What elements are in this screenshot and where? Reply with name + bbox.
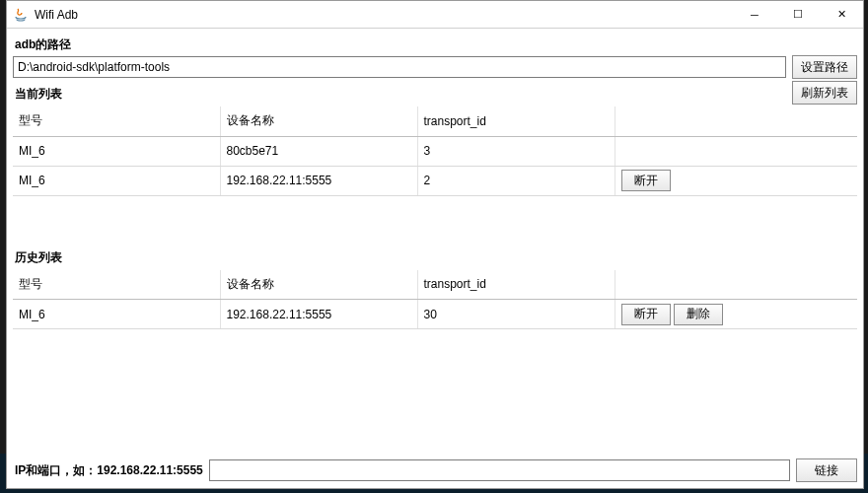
adb-path-label: adb的路径 xyxy=(13,33,857,55)
refresh-list-button[interactable]: 刷新列表 xyxy=(792,81,857,105)
table-header-row: 型号 设备名称 transport_id xyxy=(13,106,857,136)
window-title: Wifi Adb xyxy=(35,8,78,22)
col-name: 设备名称 xyxy=(220,270,417,300)
minimize-button[interactable]: ─ xyxy=(733,1,776,29)
col-transport-id: transport_id xyxy=(417,270,615,300)
content: adb的路径 设置路径 当前列表 刷新列表 型号 设备名称 transport_… xyxy=(7,29,863,488)
current-table: 型号 设备名称 transport_id MI_6 80cb5e71 3 MI_… xyxy=(13,106,857,196)
cell-name: 80cb5e71 xyxy=(220,136,417,166)
cell-name: 192.168.22.11:5555 xyxy=(220,166,417,195)
table-header-row: 型号 设备名称 transport_id xyxy=(13,270,857,300)
close-button[interactable]: ✕ xyxy=(820,1,863,29)
connect-button[interactable]: 链接 xyxy=(796,458,857,482)
cell-tid: 3 xyxy=(417,136,615,166)
app-window: Wifi Adb ─ ☐ ✕ adb的路径 设置路径 当前列表 刷新列表 型号 … xyxy=(6,0,864,489)
col-action xyxy=(615,106,857,136)
cell-action: 断开 xyxy=(615,166,857,195)
col-model: 型号 xyxy=(13,106,220,136)
cell-tid: 2 xyxy=(417,166,615,195)
titlebar: Wifi Adb ─ ☐ ✕ xyxy=(7,1,863,29)
table-row: MI_6 192.168.22.11:5555 30 断开 删除 xyxy=(13,300,857,329)
disconnect-button[interactable]: 断开 xyxy=(621,170,671,191)
set-path-button[interactable]: 设置路径 xyxy=(792,55,857,79)
cell-action xyxy=(615,136,857,166)
cell-model: MI_6 xyxy=(13,166,220,195)
delete-button[interactable]: 删除 xyxy=(674,304,723,325)
ip-port-input[interactable] xyxy=(209,459,790,481)
java-icon xyxy=(13,7,29,23)
cell-tid: 30 xyxy=(417,300,615,329)
cell-model: MI_6 xyxy=(13,300,220,329)
ip-port-label: IP和端口，如：192.168.22.11:5555 xyxy=(13,462,203,479)
table-row: MI_6 80cb5e71 3 xyxy=(13,136,857,166)
maximize-button[interactable]: ☐ xyxy=(776,1,820,29)
current-list-label: 当前列表 xyxy=(13,82,62,105)
col-transport-id: transport_id xyxy=(417,106,615,136)
history-table: 型号 设备名称 transport_id MI_6 192.168.22.11:… xyxy=(13,270,857,330)
disconnect-button[interactable]: 断开 xyxy=(621,304,671,325)
col-action xyxy=(615,270,857,300)
table-row: MI_6 192.168.22.11:5555 2 断开 xyxy=(13,166,857,195)
col-model: 型号 xyxy=(13,270,220,300)
cell-name: 192.168.22.11:5555 xyxy=(220,300,417,329)
adb-path-input[interactable] xyxy=(13,56,786,78)
history-list-label: 历史列表 xyxy=(13,246,857,268)
cell-model: MI_6 xyxy=(13,136,220,166)
col-name: 设备名称 xyxy=(220,106,417,136)
cell-action: 断开 删除 xyxy=(615,300,857,329)
